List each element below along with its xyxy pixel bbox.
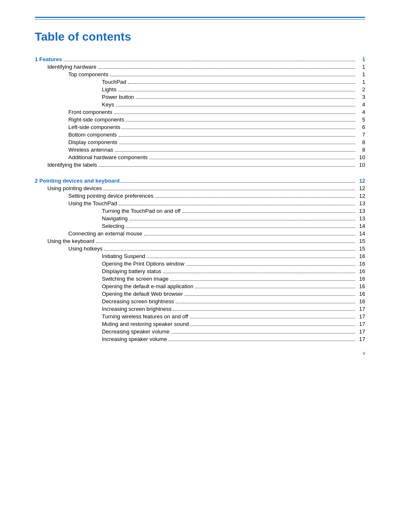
toc-dots [171, 333, 355, 333]
toc-label: Right-side components [68, 116, 124, 123]
toc-entry[interactable]: Setting pointing device preferences12 [35, 193, 365, 199]
toc-label: Decreasing speaker volume [102, 328, 169, 335]
toc-content: 1 Features1Identifying hardware1Top comp… [35, 56, 365, 342]
toc-entry[interactable]: Selecting14 [35, 223, 365, 229]
toc-page: 13 [357, 215, 365, 222]
toc-entry[interactable]: Turning the TouchPad on and off13 [35, 208, 365, 214]
toc-entry[interactable]: 1 Features1 [35, 56, 365, 62]
toc-entry[interactable]: Right-side components5 [35, 116, 365, 123]
toc-entry[interactable]: Lights2 [35, 86, 365, 93]
toc-entry[interactable]: Opening the Print Options window16 [35, 261, 365, 267]
toc-entry[interactable]: Displaying battery status16 [35, 268, 365, 274]
toc-label: Muting and restoring speaker sound [102, 321, 189, 327]
toc-page: 17 [357, 306, 365, 312]
toc-entry[interactable]: Muting and restoring speaker sound17 [35, 321, 365, 327]
toc-page: 1 [357, 56, 365, 62]
toc-dots [126, 227, 355, 228]
toc-entry[interactable]: Top components1 [35, 71, 365, 77]
top-rule [35, 17, 365, 20]
toc-page: 16 [357, 291, 365, 297]
toc-entry[interactable]: Identifying hardware1 [35, 64, 365, 70]
toc-label: Initiating Suspend [102, 253, 145, 259]
toc-entry[interactable]: Opening the default Web browser16 [35, 291, 365, 297]
toc-dots [163, 273, 355, 273]
toc-entry[interactable]: Wireless antennas8 [35, 147, 365, 153]
toc-page: 6 [357, 124, 365, 130]
toc-label: Opening the Print Options window [102, 261, 184, 267]
toc-page: 14 [357, 223, 365, 229]
toc-dots [169, 341, 355, 341]
toc-entry[interactable]: TouchPad1 [35, 79, 365, 85]
toc-label: Wireless antennas [68, 147, 113, 153]
toc-entry[interactable]: Using hotkeys15 [35, 245, 365, 252]
toc-dots [182, 212, 355, 213]
toc-entry[interactable]: Using the TouchPad13 [35, 200, 365, 207]
toc-label: Keys [102, 101, 114, 108]
toc-label: Turning the TouchPad on and off [102, 208, 181, 214]
toc-entry[interactable]: Power button3 [35, 94, 365, 100]
toc-entry[interactable]: Additional hardware components10 [35, 154, 365, 160]
toc-entry[interactable]: Keys4 [35, 101, 365, 108]
page-title: Table of contents [35, 30, 365, 44]
toc-entry[interactable]: Increasing screen brightness17 [35, 306, 365, 312]
toc-entry[interactable]: Front components4 [35, 109, 365, 115]
toc-dots [115, 151, 355, 152]
toc-page: 16 [357, 283, 365, 289]
toc-dots [64, 61, 355, 61]
toc-page: 3 [357, 94, 365, 100]
toc-dots [110, 76, 355, 76]
toc-dots [99, 166, 355, 167]
toc-page: 1 [357, 64, 365, 70]
toc-label: Additional hardware components [68, 154, 148, 160]
toc-dots [190, 325, 355, 326]
toc-dots [129, 220, 355, 220]
toc-entry[interactable]: Using pointing devices12 [35, 185, 365, 191]
toc-page: 5 [357, 116, 365, 123]
toc-entry[interactable]: Decreasing screen brightness16 [35, 298, 365, 305]
toc-entry[interactable]: Switching the screen image16 [35, 276, 365, 282]
toc-entry[interactable]: Turning wireless features on and off17 [35, 313, 365, 320]
toc-page: 12 [357, 178, 365, 184]
toc-label: 2 Pointing devices and keyboard [35, 178, 119, 184]
toc-page: 15 [357, 245, 365, 252]
toc-entry[interactable]: Identifying the labels10 [35, 162, 365, 168]
toc-label: Navigating [102, 215, 127, 222]
toc-page: 4 [357, 109, 365, 115]
toc-entry[interactable]: Opening the default e-mail application16 [35, 283, 365, 289]
toc-dots [149, 159, 355, 159]
toc-dots [155, 197, 355, 198]
toc-page: 17 [357, 313, 365, 320]
toc-dots [144, 235, 355, 235]
toc-page: 16 [357, 268, 365, 274]
toc-dots [147, 258, 355, 258]
toc-entry[interactable]: Increasing speaker volume17 [35, 336, 365, 342]
toc-entry[interactable]: Initiating Suspend16 [35, 253, 365, 259]
toc-label: Identifying hardware [47, 64, 96, 70]
toc-entry[interactable]: Using the keyboard15 [35, 238, 365, 244]
toc-dots [170, 280, 355, 281]
toc-entry[interactable]: Connecting an external mouse14 [35, 230, 365, 237]
rule-thick [35, 17, 365, 18]
toc-page: 10 [357, 154, 365, 160]
toc-label: Using pointing devices [47, 185, 102, 191]
toc-page: 17 [357, 321, 365, 327]
toc-dots [176, 303, 355, 303]
toc-entry[interactable]: Display components8 [35, 139, 365, 145]
toc-label: Using the TouchPad [68, 200, 117, 207]
toc-entry[interactable]: Bottom components7 [35, 132, 365, 138]
toc-label: Identifying the labels [47, 162, 97, 168]
toc-label: Bottom components [68, 132, 117, 138]
toc-dots [136, 98, 355, 99]
toc-entry[interactable]: Navigating13 [35, 215, 365, 222]
toc-page: 12 [357, 193, 365, 199]
toc-dots [190, 318, 355, 318]
toc-page: 17 [357, 328, 365, 335]
toc-page: 16 [357, 261, 365, 267]
toc-dots [104, 190, 355, 190]
toc-dots [184, 295, 355, 296]
toc-entry[interactable]: Decreasing speaker volume17 [35, 328, 365, 335]
toc-label: Front components [68, 109, 112, 115]
toc-entry[interactable]: 2 Pointing devices and keyboard12 [35, 178, 365, 184]
toc-label: Lights [102, 86, 117, 93]
toc-entry[interactable]: Left-side components6 [35, 124, 365, 130]
